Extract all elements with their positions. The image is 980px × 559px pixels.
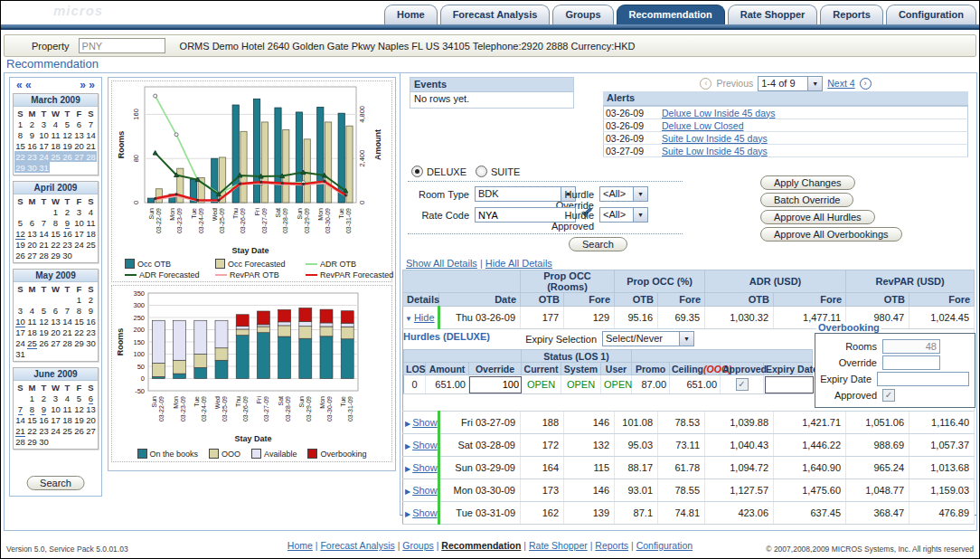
calendar-day[interactable]: 3 [38,118,50,129]
tab-groups[interactable]: Groups [552,5,613,24]
suite-radio[interactable] [476,166,487,177]
alerts-range-select[interactable]: 1-4 of 9 ▼ [758,76,823,91]
footer-link-configuration[interactable]: Configuration [636,540,693,551]
show-details-link[interactable]: Show [412,507,438,518]
show-details-link[interactable]: Show [412,462,438,473]
show-all-details-link[interactable]: Show All Details [406,258,477,269]
calendar-day[interactable]: 6 [85,393,97,403]
overbooking-override-input[interactable] [882,355,940,370]
calendar-day[interactable]: 23 [38,425,50,436]
calendar-day[interactable]: 3 [14,305,26,316]
calendar-day[interactable]: 24 [14,337,26,348]
calendar-day[interactable]: 26 [73,425,85,436]
calendar-day[interactable]: 12 [14,228,26,239]
calendar-day[interactable]: 10 [73,217,85,228]
calendar-day[interactable]: 20 [26,239,38,250]
calendar-day[interactable]: 17 [38,140,50,151]
calendar-day[interactable]: 20 [50,327,61,337]
calendar-day[interactable]: 9 [85,305,97,316]
calendar-day[interactable]: 21 [85,140,97,151]
calendar-day[interactable]: 15 [50,228,61,239]
hurdle-expiry-date-input[interactable] [765,376,814,393]
calendar-day[interactable]: 6 [26,217,38,228]
calendar-day[interactable]: 31 [14,348,26,359]
alert-link[interactable]: Deluxe Low Inside 45 days [662,108,776,118]
show-details-link[interactable]: Show [412,485,438,496]
calendar-day[interactable]: 17 [73,228,85,239]
calendar-day[interactable]: 27 [73,151,85,162]
calendar-day[interactable]: 23 [85,327,97,337]
calendar-day[interactable]: 27 [85,425,97,436]
calendar-day[interactable]: 1 [26,393,38,403]
calendar-day[interactable]: 15 [14,140,26,151]
calendar-day[interactable]: 4 [50,118,61,129]
calendar-day[interactable]: 26 [61,151,73,162]
calendar-day[interactable]: 13 [85,403,97,414]
calendar-day[interactable]: 7 [85,118,97,129]
calendar-day[interactable]: 14 [85,129,97,140]
calendar-day[interactable]: 13 [26,228,38,239]
calendar-day[interactable]: 20 [73,140,85,151]
calendar-day[interactable]: 14 [14,414,26,425]
calendar-day[interactable]: 4 [61,393,73,403]
calendar-day[interactable]: 8 [50,217,61,228]
calendar-day[interactable]: 8 [73,305,85,316]
calendar-day[interactable]: 2 [26,118,38,129]
calendar-day[interactable]: 2 [38,393,50,403]
deluxe-radio[interactable] [411,166,423,177]
calendar-day[interactable]: 11 [85,217,97,228]
detail-search-button[interactable]: Search [569,237,627,251]
calendar-day[interactable]: 18 [85,228,97,239]
calendar-day[interactable]: 19 [73,414,85,425]
alert-link[interactable]: Suite Low Inside 45 days [662,133,768,144]
calendar-day[interactable]: 10 [38,129,50,140]
hurdle-override-select[interactable]: <All> ▼ [599,186,648,202]
tab-home[interactable]: Home [384,5,438,24]
calendar-day[interactable]: 25 [50,151,61,162]
calendar-day[interactable]: 22 [14,151,26,162]
calendar-day[interactable]: 3 [73,206,85,217]
calendar-day[interactable]: 18 [61,414,73,425]
footer-link-reports[interactable]: Reports [595,540,628,551]
calendar-day[interactable]: 12 [38,316,50,327]
calendar-day[interactable]: 15 [26,414,38,425]
footer-link-recommendation[interactable]: Recommendation [441,540,521,551]
footer-link-rate-shopper[interactable]: Rate Shopper [529,540,588,551]
calendar-day[interactable]: 23 [26,151,38,162]
calendar-day[interactable]: 22 [26,425,38,436]
calendar-day[interactable]: 29 [50,250,61,261]
calendar-day[interactable]: 25 [26,337,38,348]
footer-link-home[interactable]: Home [287,540,313,551]
calendar-day[interactable]: 19 [38,327,50,337]
hide-all-details-link[interactable]: Hide All Details [485,258,552,269]
calendar-day[interactable]: 7 [61,305,73,316]
calendar-day[interactable]: 24 [50,425,61,436]
calendar-day[interactable]: 21 [61,327,73,337]
calendar-day[interactable]: 9 [61,217,73,228]
calendar-day[interactable]: 9 [26,129,38,140]
calendar-search-button[interactable]: Search [26,476,85,490]
calendar-day[interactable]: 1 [14,118,26,129]
calendar-day[interactable]: 29 [14,162,26,173]
calendar-day[interactable]: 4 [85,206,97,217]
calendar-day[interactable]: 30 [38,436,50,447]
calendar-day[interactable]: 26 [14,250,26,261]
calendar-day[interactable]: 13 [73,129,85,140]
calendar-day[interactable]: 23 [61,239,73,250]
overbooking-expiry-input[interactable] [877,372,969,386]
footer-link-forecast-analysis[interactable]: Forecast Analysis [320,540,394,551]
calendar-day[interactable]: 16 [26,140,38,151]
calendar-day[interactable]: 25 [61,425,73,436]
calendar-day[interactable]: 28 [61,337,73,348]
hurdle-approved-checkbox[interactable]: ✓ [736,378,749,391]
calendar-day[interactable]: 16 [61,228,73,239]
calendar-day[interactable]: 14 [38,228,50,239]
calendar-day[interactable]: 12 [73,403,85,414]
show-details-link[interactable]: Show [412,440,438,450]
calendar-day[interactable]: 30 [85,337,97,348]
calendar-day[interactable]: 8 [26,403,38,414]
tab-reports[interactable]: Reports [820,5,883,24]
hurdle-approved-select[interactable]: <All> ▼ [599,207,648,223]
calendar-day[interactable]: 5 [38,305,50,316]
tab-configuration[interactable]: Configuration [886,5,976,24]
